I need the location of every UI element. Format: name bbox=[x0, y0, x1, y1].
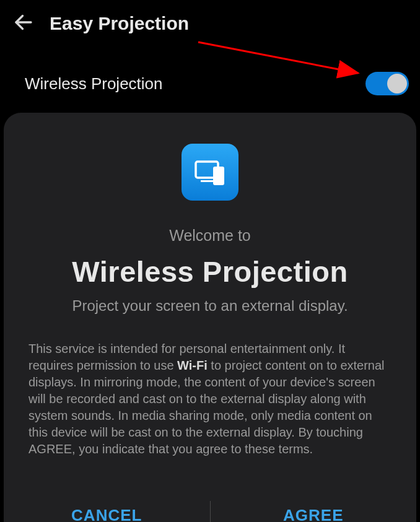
wireless-projection-toggle[interactable] bbox=[365, 72, 409, 95]
welcome-text: Welcome to bbox=[28, 227, 392, 245]
back-button[interactable] bbox=[12, 11, 35, 36]
wireless-projection-toggle-row: Wireless Projection bbox=[0, 47, 420, 108]
dialog-buttons: CANCEL AGREE bbox=[4, 494, 416, 522]
svg-rect-5 bbox=[213, 167, 224, 185]
page-title: Easy Projection bbox=[50, 13, 189, 34]
toggle-label: Wireless Projection bbox=[25, 74, 163, 94]
agree-button[interactable]: AGREE bbox=[211, 494, 417, 522]
svg-rect-4 bbox=[201, 180, 213, 182]
header: Easy Projection bbox=[0, 0, 420, 47]
dialog-title: Wireless Projection bbox=[28, 254, 392, 289]
permission-dialog: Welcome to Wireless Projection Project y… bbox=[4, 113, 416, 522]
terms-bold: Wi-Fi bbox=[177, 359, 208, 372]
projection-app-icon bbox=[182, 144, 238, 201]
cancel-button[interactable]: CANCEL bbox=[4, 494, 210, 522]
terms-text: This service is intended for personal en… bbox=[28, 341, 392, 458]
toggle-knob bbox=[387, 74, 407, 94]
dialog-subtitle: Project your screen to an external displ… bbox=[28, 297, 392, 315]
terms-post: to project content on to external displa… bbox=[28, 359, 385, 456]
